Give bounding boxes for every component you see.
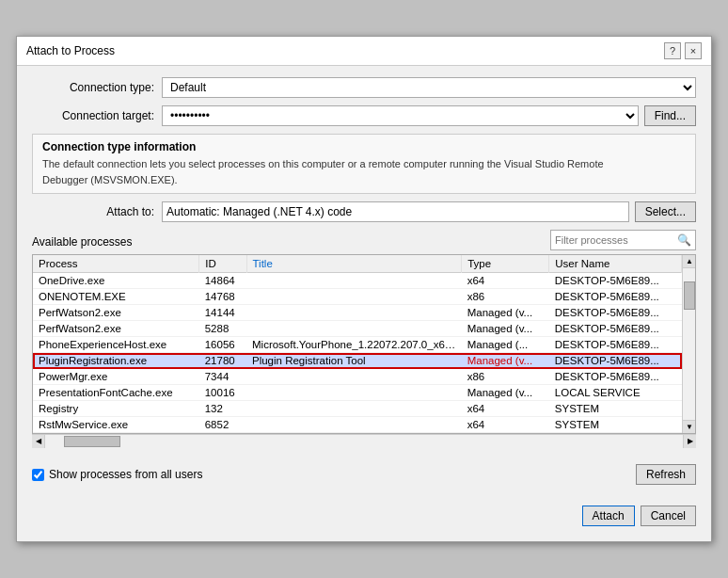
table-cell: 21780 (199, 353, 246, 369)
info-box-title: Connection type information (42, 140, 686, 153)
table-cell (246, 273, 462, 289)
attach-button[interactable]: Attach (582, 506, 635, 526)
table-cell (246, 289, 462, 305)
table-cell: 10016 (199, 385, 246, 401)
help-button[interactable]: ? (664, 42, 681, 59)
table-cell: DESKTOP-5M6E89... (549, 353, 682, 369)
horizontal-scrollbar[interactable]: ◀ ▶ (32, 434, 696, 447)
table-cell: Managed (... (462, 337, 549, 353)
table-cell: RstMwService.exe (33, 417, 199, 433)
connection-type-wrapper: Default (162, 77, 696, 98)
table-cell: 5288 (199, 321, 246, 337)
action-buttons: Attach Cancel (32, 498, 696, 530)
table-cell: DESKTOP-5M6E89... (549, 321, 682, 337)
attach-to-process-dialog: Attach to Process ? × Connection type: D… (16, 36, 712, 542)
table-row[interactable]: PhoneExperienceHost.exe16056Microsoft.Yo… (33, 337, 682, 353)
process-table-container: Process ID Title Type User Name OneDrive… (32, 254, 696, 434)
show-all-users-checkbox[interactable] (32, 469, 44, 481)
table-cell: DESKTOP-5M6E89... (549, 369, 682, 385)
table-cell: 7344 (199, 369, 246, 385)
cancel-button[interactable]: Cancel (641, 506, 696, 526)
attach-to-input[interactable] (162, 201, 629, 222)
bottom-row: Show processes from all users Refresh (32, 458, 696, 490)
connection-target-label: Connection target: (32, 109, 154, 122)
table-cell: Managed (v... (462, 385, 549, 401)
info-box-text: The default connection lets you select p… (42, 156, 686, 187)
table-cell: Plugin Registration Tool (246, 353, 462, 369)
attach-to-label: Attach to: (32, 205, 154, 218)
table-cell: OneDrive.exe (33, 273, 199, 289)
table-cell: PresentationFontCache.exe (33, 385, 199, 401)
table-cell: DESKTOP-5M6E89... (549, 305, 682, 321)
col-title: Title (246, 255, 462, 273)
table-cell: PowerMgr.exe (33, 369, 199, 385)
process-table: Process ID Title Type User Name OneDrive… (33, 255, 682, 433)
connection-target-wrapper: •••••••••• Find... (162, 105, 696, 126)
dialog-body: Connection type: Default Connection targ… (17, 66, 711, 541)
connection-target-select[interactable]: •••••••••• (162, 105, 639, 126)
table-cell: 16056 (199, 337, 246, 353)
table-cell: DESKTOP-5M6E89... (549, 289, 682, 305)
table-cell: x86 (462, 289, 549, 305)
title-bar-buttons: ? × (664, 42, 702, 59)
table-cell: 14864 (199, 273, 246, 289)
table-cell: LOCAL SERVICE (549, 385, 682, 401)
table-cell (246, 385, 462, 401)
vertical-scrollbar[interactable]: ▲ ▼ (682, 255, 695, 433)
table-cell: x64 (462, 401, 549, 417)
table-cell: PerfWatson2.exe (33, 305, 199, 321)
available-processes-section: Available processes 🔍 Process ID Title (32, 230, 696, 447)
attach-to-wrapper: Select... (162, 201, 696, 222)
table-cell: PerfWatson2.exe (33, 321, 199, 337)
table-cell (246, 401, 462, 417)
available-processes-label: Available processes (32, 235, 133, 249)
table-row[interactable]: RstMwService.exe6852x64SYSTEM (33, 417, 682, 433)
close-button[interactable]: × (685, 42, 702, 59)
select-button[interactable]: Select... (635, 201, 696, 222)
table-cell: SYSTEM (549, 401, 682, 417)
table-cell: ONENOTEM.EXE (33, 289, 199, 305)
attach-to-row: Attach to: Select... (32, 201, 696, 222)
table-row[interactable]: PerfWatson2.exe5288Managed (v...DESKTOP-… (33, 321, 682, 337)
col-process: Process (33, 255, 199, 273)
table-cell: x86 (462, 369, 549, 385)
filter-wrapper: 🔍 (550, 230, 696, 250)
hscroll-thumb[interactable] (64, 436, 120, 447)
table-cell (246, 321, 462, 337)
table-row[interactable]: PluginRegistration.exe21780Plugin Regist… (33, 353, 682, 369)
table-row[interactable]: OneDrive.exe14864x64DESKTOP-5M6E89... (33, 273, 682, 289)
search-icon: 🔍 (673, 233, 695, 247)
table-row[interactable]: ONENOTEM.EXE14768x86DESKTOP-5M6E89... (33, 289, 682, 305)
process-table-scroll[interactable]: Process ID Title Type User Name OneDrive… (33, 255, 682, 433)
table-cell: SYSTEM (549, 417, 682, 433)
table-row[interactable]: PowerMgr.exe7344x86DESKTOP-5M6E89... (33, 369, 682, 385)
table-cell: Managed (v... (462, 353, 549, 369)
scroll-thumb[interactable] (684, 281, 695, 310)
table-cell: 132 (199, 401, 246, 417)
table-cell: Managed (v... (462, 321, 549, 337)
find-button[interactable]: Find... (644, 105, 696, 126)
dialog-title: Attach to Process (26, 44, 115, 57)
process-table-body: OneDrive.exe14864x64DESKTOP-5M6E89...ONE… (33, 273, 682, 433)
col-type: Type (462, 255, 549, 273)
refresh-button[interactable]: Refresh (636, 464, 696, 485)
table-cell: Registry (33, 401, 199, 417)
filter-input[interactable] (551, 233, 673, 248)
table-cell: Managed (v... (462, 305, 549, 321)
table-row[interactable]: Registry132x64SYSTEM (33, 401, 682, 417)
table-cell: 14768 (199, 289, 246, 305)
table-cell: DESKTOP-5M6E89... (549, 273, 682, 289)
show-all-users-label: Show processes from all users (49, 468, 202, 481)
table-cell: PhoneExperienceHost.exe (33, 337, 199, 353)
table-cell: 6852 (199, 417, 246, 433)
table-row[interactable]: PerfWatson2.exe14144Managed (v...DESKTOP… (33, 305, 682, 321)
show-all-users-row: Show processes from all users (32, 468, 202, 481)
connection-type-row: Connection type: Default (32, 77, 696, 98)
table-cell: 14144 (199, 305, 246, 321)
title-bar: Attach to Process ? × (17, 37, 711, 66)
table-cell (246, 305, 462, 321)
connection-info-box: Connection type information The default … (32, 134, 696, 194)
table-row[interactable]: PresentationFontCache.exe10016Managed (v… (33, 385, 682, 401)
connection-type-select[interactable]: Default (162, 77, 696, 98)
table-header-row: Process ID Title Type User Name (33, 255, 682, 273)
